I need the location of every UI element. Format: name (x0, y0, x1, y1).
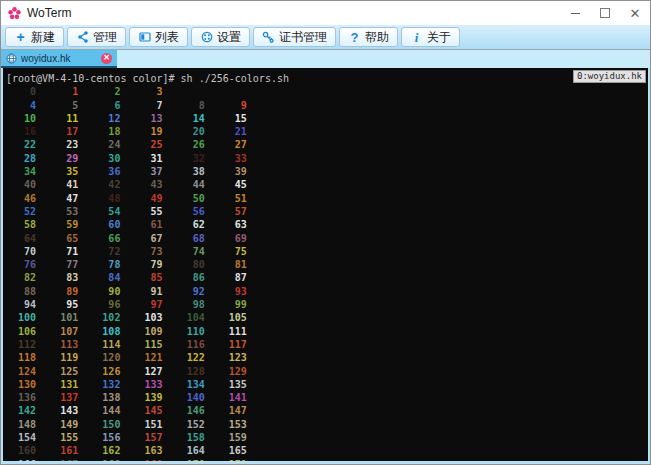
color-cell: 45 (217, 179, 259, 190)
titlebar: WoTerm ✕ (1, 1, 650, 25)
color-cell: 30 (90, 153, 132, 164)
color-cell: 86 (175, 272, 217, 283)
help-button[interactable]: ?帮助 (339, 27, 398, 47)
toolbar-button-label: 关于 (427, 29, 451, 46)
color-cell: 97 (132, 299, 174, 310)
share-icon (76, 31, 89, 44)
color-cell: 71 (48, 246, 90, 257)
color-cell: 69 (217, 233, 259, 244)
app-window: WoTerm ✕ +新建管理列表设置证书管理?帮助i关于 woyidux.hk … (0, 0, 651, 465)
color-cell: 166 (6, 459, 48, 461)
color-cell: 12 (90, 113, 132, 124)
color-cell: 140 (175, 392, 217, 403)
color-cell: 18 (90, 126, 132, 137)
color-cell: 39 (217, 166, 259, 177)
color-cell: 95 (48, 299, 90, 310)
color-cell: 62 (175, 219, 217, 230)
color-cell: 165 (217, 445, 259, 456)
toolbar-button-label: 新建 (31, 29, 55, 46)
color-cell: 19 (132, 126, 174, 137)
color-cell: 51 (217, 193, 259, 204)
color-cell: 68 (175, 233, 217, 244)
key-icon (262, 31, 275, 44)
color-cell: 160 (6, 445, 48, 456)
prompt-line: [root@VM-4-10-centos color]# sh ./256-co… (3, 68, 648, 85)
color-cell: 110 (175, 326, 217, 337)
terminal[interactable]: 0:woyidux.hk [root@VM-4-10-centos color]… (3, 68, 648, 461)
toolbar-button-label: 帮助 (365, 29, 389, 46)
color-cell: 156 (90, 432, 132, 443)
app-logo-icon (8, 7, 21, 20)
color-cell: 67 (132, 233, 174, 244)
color-cell: 80 (175, 259, 217, 270)
color-cell: 102 (90, 312, 132, 323)
color-cell: 21 (217, 126, 259, 137)
settings-button[interactable]: 设置 (191, 27, 250, 47)
color-cell: 87 (217, 272, 259, 283)
color-cell: 159 (217, 432, 259, 443)
window-controls: ✕ (560, 1, 650, 25)
color-cell: 25 (132, 139, 174, 150)
color-cell: 7 (132, 100, 174, 111)
color-cell: 10 (6, 113, 48, 124)
color-cell: 111 (217, 326, 259, 337)
color-cell: 84 (90, 272, 132, 283)
color-cell: 76 (6, 259, 48, 270)
color-cell: 32 (175, 153, 217, 164)
close-button[interactable]: ✕ (620, 1, 650, 25)
color-cell: 109 (132, 326, 174, 337)
color-cell: 53 (48, 206, 90, 217)
minimize-icon (571, 13, 580, 14)
color-cell: 77 (48, 259, 90, 270)
color-cell: 75 (217, 246, 259, 257)
tab-close-button[interactable]: ✕ (101, 53, 112, 64)
maximize-button[interactable] (590, 1, 620, 25)
color-cell: 49 (132, 193, 174, 204)
color-cell: 52 (6, 206, 48, 217)
color-cell: 123 (217, 352, 259, 363)
color-cell: 127 (132, 366, 174, 377)
about-button[interactable]: i关于 (401, 27, 460, 47)
color-cell: 85 (132, 272, 174, 283)
color-cell: 44 (175, 179, 217, 190)
color-cell: 96 (90, 299, 132, 310)
color-cell: 162 (90, 445, 132, 456)
color-cell: 137 (48, 392, 90, 403)
color-cell: 142 (6, 405, 48, 416)
color-cell: 93 (217, 286, 259, 297)
color-cell: 74 (175, 246, 217, 257)
color-cell: 171 (217, 459, 259, 461)
color-cell: 90 (90, 286, 132, 297)
color-cell: 55 (132, 206, 174, 217)
color-cell: 42 (90, 179, 132, 190)
color-cell: 122 (175, 352, 217, 363)
color-cell: 115 (132, 339, 174, 350)
color-cell: 114 (90, 339, 132, 350)
manage-button[interactable]: 管理 (67, 27, 126, 47)
color-cell: 112 (6, 339, 48, 350)
color-cell: 101 (48, 312, 90, 323)
minimize-button[interactable] (560, 1, 590, 25)
color-cell: 125 (48, 366, 90, 377)
color-cell: 135 (217, 379, 259, 390)
color-cell: 33 (217, 153, 259, 164)
color-cell: 16 (6, 126, 48, 137)
color-cell: 116 (175, 339, 217, 350)
color-cell: 13 (132, 113, 174, 124)
color-cell: 81 (217, 259, 259, 270)
color-cell: 26 (175, 139, 217, 150)
tab-woyidux-hk[interactable]: woyidux.hk ✕ (1, 50, 117, 68)
color-cell: 3 (132, 86, 174, 97)
color-cell: 150 (90, 419, 132, 430)
color-cell: 66 (90, 233, 132, 244)
certificates-button[interactable]: 证书管理 (253, 27, 336, 47)
toolbar-button-label: 设置 (217, 29, 241, 46)
color-cell: 54 (90, 206, 132, 217)
color-cell: 15 (217, 113, 259, 124)
list-button[interactable]: 列表 (129, 27, 188, 47)
new-session-button[interactable]: +新建 (5, 27, 64, 47)
color-cell: 146 (175, 405, 217, 416)
color-cell: 138 (90, 392, 132, 403)
color-cell: 143 (48, 405, 90, 416)
color-cell: 99 (217, 299, 259, 310)
